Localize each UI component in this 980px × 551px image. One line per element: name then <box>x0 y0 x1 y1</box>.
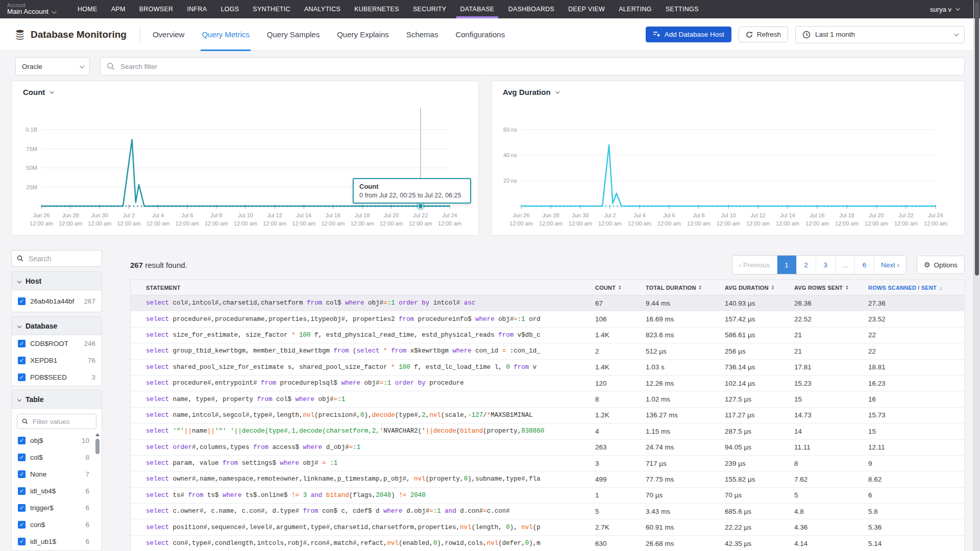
column-header-avg-rows-sent[interactable]: AVG ROWS SENT▲▼ <box>794 285 868 291</box>
facet-search-input[interactable] <box>28 254 96 263</box>
table-row[interactable]: select param, value from settings$ where… <box>131 456 964 471</box>
table-row[interactable]: select '"'||name||'"' '||decode(type#,1,… <box>131 423 964 439</box>
host-facet-header[interactable]: Host <box>12 272 102 290</box>
facet-item-idl_ub1[interactable]: ✓idl_ub1$6 <box>12 533 95 550</box>
page-button-...[interactable]: ... <box>835 256 854 274</box>
column-header-count[interactable]: COUNT▲▼ <box>595 285 646 291</box>
checkbox-checked-icon[interactable]: ✓ <box>18 487 26 495</box>
nav-item-logs[interactable]: LOGS <box>220 0 239 18</box>
scroll-thumb[interactable] <box>95 439 100 454</box>
checkbox-checked-icon[interactable]: ✓ <box>18 340 26 347</box>
sort-icon: ▲▼ <box>771 285 775 290</box>
count-chart[interactable]: 25M50M75M0.1BJun 2612:00 amJun 2812:00 a… <box>12 104 478 235</box>
page-button-6[interactable]: 6 <box>854 256 874 274</box>
table-row[interactable]: select ts# from ts$ where ts$.online$ !=… <box>131 488 964 504</box>
nav-item-browser[interactable]: BROWSER <box>139 0 174 18</box>
tab-configurations[interactable]: Configurations <box>455 18 505 51</box>
next-page-button[interactable]: Next › <box>874 256 906 274</box>
nav-item-dashboards[interactable]: DASHBOARDS <box>508 0 555 18</box>
table-row[interactable]: select name,intcol#,segcol#,type#,length… <box>131 408 964 423</box>
checkbox-checked-icon[interactable]: ✓ <box>18 504 26 512</box>
facet-item-XEPDB1[interactable]: ✓XEPDB176 <box>12 352 102 369</box>
facet-item-con[interactable]: ✓con$6 <box>12 516 95 533</box>
time-range-select[interactable]: Last 1 month <box>795 26 965 43</box>
account-switcher[interactable]: Account Main Account <box>0 3 69 16</box>
checkbox-checked-icon[interactable]: ✓ <box>18 297 26 305</box>
nav-item-database[interactable]: DATABASE <box>460 0 494 18</box>
options-button[interactable]: ⚙ Options <box>917 256 965 274</box>
nav-item-kubernetes[interactable]: KUBERNETES <box>354 0 399 18</box>
statement-cell: select con#,type#,condlength,intcols,rob… <box>131 540 595 547</box>
add-database-host-button[interactable]: Add Database Host <box>646 27 731 42</box>
nav-item-analytics[interactable]: ANALYTICS <box>304 0 340 18</box>
table-row[interactable]: select position#,sequence#,level#,argume… <box>131 519 964 535</box>
cell-total-duration: 3.43 ms <box>646 508 725 515</box>
page-scroll-thumb[interactable] <box>975 2 979 276</box>
refresh-button[interactable]: Refresh <box>739 27 788 42</box>
nav-item-infra[interactable]: INFRA <box>187 0 207 18</box>
facet-item-col[interactable]: ✓col$8 <box>12 449 95 466</box>
table-facet-header[interactable]: Table <box>12 390 102 409</box>
column-header-statement[interactable]: STATEMENT <box>131 285 595 291</box>
tab-overview[interactable]: Overview <box>153 18 185 51</box>
facet-item-trigger[interactable]: ✓trigger$6 <box>12 499 95 516</box>
database-facet-header[interactable]: Database <box>12 317 102 335</box>
table-row[interactable]: select con#,type#,condlength,intcols,rob… <box>131 536 964 551</box>
table-row[interactable]: select owner#,name,namespace,remoteowner… <box>131 471 964 487</box>
nav-item-synthetic[interactable]: SYNTHETIC <box>253 0 290 18</box>
checkbox-checked-icon[interactable]: ✓ <box>18 521 26 529</box>
facet-item-idl_sb4[interactable]: ✓idl_sb4$6 <box>12 483 95 499</box>
facet-item-26ab4b1a44bf[interactable]: ✓26ab4b1a44bf267 <box>12 290 102 312</box>
tab-query-explains[interactable]: Query Explains <box>337 18 389 51</box>
facet-label: CDB$ROOT <box>30 340 68 347</box>
checkbox-checked-icon[interactable]: ✓ <box>18 538 26 545</box>
user-menu[interactable]: surya v <box>930 6 959 13</box>
tab-query-metrics[interactable]: Query Metrics <box>202 18 249 51</box>
page-button-1[interactable]: 1 <box>777 256 796 274</box>
table-facet-filter-input[interactable] <box>32 417 91 426</box>
page-button-2[interactable]: 2 <box>796 256 816 274</box>
avg-duration-chart-title[interactable]: Avg Duration <box>503 88 558 96</box>
checkbox-checked-icon[interactable]: ✓ <box>18 470 26 478</box>
count-chart-title[interactable]: Count <box>23 88 53 96</box>
engine-select[interactable]: Oracle <box>15 57 90 76</box>
facet-item-PDBSEED[interactable]: ✓PDB$SEED3 <box>12 369 102 386</box>
checkbox-checked-icon[interactable]: ✓ <box>18 437 26 444</box>
checkbox-checked-icon[interactable]: ✓ <box>18 454 26 461</box>
table-row[interactable]: select group_tbid_kewrtbgm, member_tbid_… <box>131 343 964 359</box>
table-row[interactable]: select shared_pool_size_for_estimate s, … <box>131 360 964 375</box>
table-row[interactable]: select order#,columns,types from access$… <box>131 440 964 456</box>
svg-text:Jul 8: Jul 8 <box>210 212 222 218</box>
search-filter-input[interactable] <box>119 62 958 71</box>
checkbox-checked-icon[interactable]: ✓ <box>18 357 26 364</box>
column-header-total-duration[interactable]: TOTAL DURATION▲▼ <box>646 285 725 291</box>
table-row[interactable]: select c.owner#, c.name, c.con#, d.type#… <box>131 504 964 519</box>
facet-scrollbar[interactable] <box>95 433 100 494</box>
facet-item-None[interactable]: ✓None7 <box>12 466 95 483</box>
column-header-avg-duration[interactable]: AVG DURATION▲▼ <box>725 285 794 291</box>
nav-item-settings[interactable]: SETTINGS <box>666 0 699 18</box>
engine-value: Oracle <box>22 63 42 70</box>
scroll-up-icon[interactable] <box>95 433 100 436</box>
table-row[interactable]: select name, type#, property from col$ w… <box>131 391 964 407</box>
table-row[interactable]: select col#,intcol#,charsetid,charsetfor… <box>131 295 964 311</box>
tab-query-samples[interactable]: Query Samples <box>267 18 320 51</box>
avg-duration-chart[interactable]: 20 ns40 ns60 nsJun 2612:00 amJun 2812:00… <box>492 104 964 235</box>
nav-item-deep-view[interactable]: DEEP VIEW <box>568 0 605 18</box>
column-header-rows-scanned-sent[interactable]: ROWS SCANNED / SENT↓ <box>868 284 964 291</box>
page-button-3[interactable]: 3 <box>816 256 835 274</box>
table-row[interactable]: select procedure#,entrypoint# from proce… <box>131 375 964 391</box>
checkbox-checked-icon[interactable]: ✓ <box>18 373 26 381</box>
tab-schemas[interactable]: Schemas <box>406 18 438 51</box>
nav-item-apm[interactable]: APM <box>111 0 126 18</box>
nav-item-security[interactable]: SECURITY <box>413 0 447 18</box>
previous-page-button[interactable]: ‹ Previous <box>732 256 777 274</box>
facet-item-CDBROOT[interactable]: ✓CDB$ROOT246 <box>12 335 102 352</box>
nav-item-home[interactable]: HOME <box>78 0 97 18</box>
cell-total-duration: 9.44 ms <box>646 299 725 307</box>
table-row[interactable]: select size_for_estimate, size_factor * … <box>131 328 964 343</box>
nav-item-alerting[interactable]: ALERTING <box>619 0 652 18</box>
table-row[interactable]: select procedure#,procedurename,properti… <box>131 311 964 327</box>
page-scrollbar[interactable] <box>973 0 980 551</box>
facet-item-obj[interactable]: ✓obj$10 <box>12 432 95 449</box>
